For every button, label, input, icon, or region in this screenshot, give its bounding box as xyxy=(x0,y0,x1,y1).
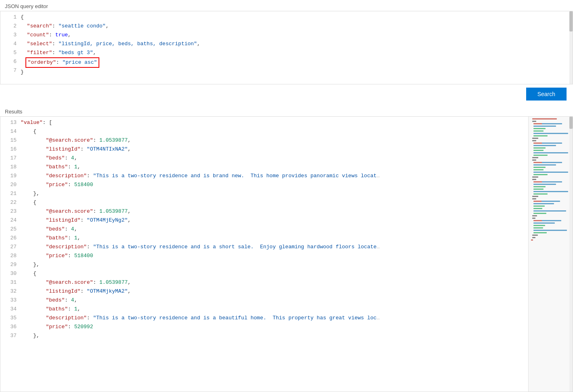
minimap-line xyxy=(533,133,568,134)
result-line-19: "description": "This is a two-story resi… xyxy=(21,172,528,180)
minimap-line xyxy=(533,225,545,226)
search-button-area: Search xyxy=(0,84,573,104)
r-ln-16: 16 xyxy=(7,145,17,154)
minimap-line xyxy=(533,143,562,144)
minimap-line xyxy=(533,128,546,129)
result-line-37: }, xyxy=(21,331,528,340)
editor-scrollbar-thumb[interactable] xyxy=(569,11,573,31)
minimap-line xyxy=(532,237,535,238)
minimap-line xyxy=(532,179,536,180)
minimap-line xyxy=(533,184,556,185)
editor-label: JSON query editor xyxy=(0,0,573,11)
result-line-24: "listingId": "OTM4MjEyNg2", xyxy=(21,216,528,225)
r-ln-37: 37 xyxy=(7,331,17,340)
editor-ln-4: 4 xyxy=(7,40,17,48)
results-main[interactable]: 13 14 15 16 17 18 19 20 21 22 23 24 25 2… xyxy=(0,117,528,392)
minimap-line xyxy=(533,164,556,166)
minimap-line xyxy=(533,189,544,190)
minimap-line xyxy=(532,196,538,197)
minimap-line xyxy=(533,126,556,127)
results-section: Results 13 14 15 16 17 18 19 20 21 22 xyxy=(0,104,573,392)
minimap-line xyxy=(533,220,561,221)
minimap-line xyxy=(532,140,536,141)
editor-line-4: "select": "listingId, price, beds, baths… xyxy=(21,40,573,48)
r-ln-34: 34 xyxy=(7,305,17,314)
minimap-line xyxy=(533,123,562,124)
r-ln-29: 29 xyxy=(7,260,17,269)
minimap-line xyxy=(532,198,536,199)
minimap-line xyxy=(533,201,560,202)
minimap-line xyxy=(533,169,544,170)
r-ln-24: 24 xyxy=(7,216,17,225)
minimap-line xyxy=(533,191,568,192)
minimap-line xyxy=(532,121,536,122)
minimap-line xyxy=(533,145,556,146)
minimap-line xyxy=(533,130,544,132)
minimap-scrollbar-thumb[interactable] xyxy=(569,117,573,129)
minimap-scrollbar[interactable] xyxy=(569,117,573,392)
minimap-line xyxy=(533,172,568,173)
minimap-line xyxy=(533,193,548,195)
editor-code-area: 1 2 3 4 5 6 7 { "search": "seattle condo… xyxy=(0,11,573,84)
editor-line-5: "filter": "beds gt 3", xyxy=(21,48,573,57)
minimap-line xyxy=(533,135,548,136)
r-ln-22: 22 xyxy=(7,198,17,207)
result-line-25: "beds": 4, xyxy=(21,225,528,234)
minimap-line xyxy=(533,230,567,231)
r-ln-26: 26 xyxy=(7,234,17,243)
editor-ln-5: 5 xyxy=(7,48,17,57)
r-ln-35: 35 xyxy=(7,314,17,323)
editor-code-lines: { "search": "seattle condo", "count": tr… xyxy=(21,13,573,82)
editor-line-6: "orderby": "price asc" xyxy=(21,57,573,68)
minimap-line xyxy=(533,213,546,214)
minimap-line xyxy=(533,222,555,224)
minimap-line xyxy=(533,155,548,156)
minimap-line xyxy=(532,235,538,236)
result-line-29: }, xyxy=(21,260,528,269)
minimap-line xyxy=(533,205,545,207)
r-ln-14: 14 xyxy=(7,127,17,136)
minimap-line xyxy=(533,174,548,175)
minimap-line xyxy=(532,218,535,219)
result-line-26: "baths": 1, xyxy=(21,234,528,243)
minimap-line xyxy=(532,215,537,216)
minimap-line xyxy=(531,239,533,241)
editor-ln-3: 3 xyxy=(7,31,17,40)
editor-scrollbar[interactable] xyxy=(569,11,573,84)
minimap-line xyxy=(533,162,562,163)
search-button[interactable]: Search xyxy=(526,88,567,101)
r-ln-36: 36 xyxy=(7,323,17,331)
minimap-line xyxy=(533,167,546,168)
r-ln-33: 33 xyxy=(7,296,17,305)
result-line-18: "baths": 1, xyxy=(21,163,528,172)
editor-section: JSON query editor 1 2 3 4 5 6 7 { "searc… xyxy=(0,0,573,84)
minimap-line xyxy=(532,157,538,158)
result-line-20: "price": 518400 xyxy=(21,180,528,189)
r-ln-25: 25 xyxy=(7,225,17,234)
r-ln-19: 19 xyxy=(7,172,17,180)
result-line-16: "listingId": "OTM4NTIxNA2", xyxy=(21,145,528,154)
r-ln-21: 21 xyxy=(7,189,17,198)
result-line-13: "value": [ xyxy=(21,118,528,127)
r-ln-32: 32 xyxy=(7,287,17,296)
r-ln-23: 23 xyxy=(7,207,17,216)
result-line-22: { xyxy=(21,198,528,207)
minimap-line xyxy=(533,181,562,182)
minimap-line xyxy=(533,227,543,228)
result-line-23: "@search.score": 1.0539877, xyxy=(21,207,528,216)
result-line-14: { xyxy=(21,127,528,136)
results-code-area: 13 14 15 16 17 18 19 20 21 22 23 24 25 2… xyxy=(0,117,528,342)
r-ln-15: 15 xyxy=(7,136,17,145)
r-ln-31: 31 xyxy=(7,278,17,287)
editor-ln-7: 7 xyxy=(7,66,17,75)
editor-line-2: "search": "seattle condo", xyxy=(21,22,573,31)
editor-ln-1: 1 xyxy=(7,13,17,22)
result-line-15: "@search.score": 1.0539877, xyxy=(21,136,528,145)
r-ln-28: 28 xyxy=(7,252,17,260)
minimap-line xyxy=(533,152,568,153)
result-line-31: "@search.score": 1.0539877, xyxy=(21,278,528,287)
minimap-line xyxy=(533,232,547,233)
result-line-33: "beds": 4, xyxy=(21,296,528,305)
result-line-36: "price": 520992 xyxy=(21,323,528,331)
minimap-line xyxy=(532,176,538,178)
